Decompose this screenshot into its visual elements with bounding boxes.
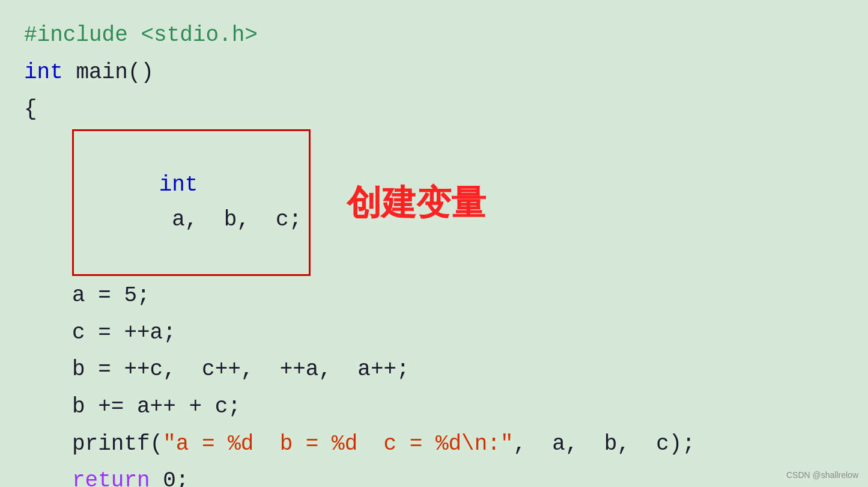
code-line-8: b += a++ + c;: [72, 390, 844, 424]
code-display: #include <stdio.h> int main() { int a, b…: [0, 0, 868, 487]
include-directive: #include <stdio.h>: [24, 18, 258, 53]
watermark-text: CSDN @shallrelow: [786, 470, 858, 480]
code-line-6: c = ++a;: [72, 316, 844, 351]
open-brace: {: [24, 92, 37, 127]
variable-declaration-highlight: int a, b, c;: [72, 129, 311, 276]
code-line-10: return 0;: [72, 464, 844, 487]
keyword-return: return: [72, 464, 150, 487]
keyword-int-vars: int: [159, 173, 198, 197]
code-line-5: a = 5;: [72, 278, 844, 313]
code-line-1: #include <stdio.h>: [24, 18, 844, 53]
keyword-int-main: int: [24, 55, 63, 90]
code-line-4: int a, b, c; 创建变量: [72, 129, 844, 276]
code-line-9: printf( "a = %d b = %d c = %d\n:" , a, b…: [72, 427, 844, 462]
return-value: 0;: [150, 464, 189, 487]
printf-string: "a = %d b = %d c = %d\n:": [163, 427, 513, 462]
main-function: main(): [63, 55, 154, 90]
printf-prefix: printf(: [72, 427, 163, 462]
annotation-create-variable: 创建变量: [347, 175, 486, 231]
code-line-7: b = ++c, c++, ++a, a++;: [72, 352, 844, 387]
code-line-2: int main(): [24, 55, 844, 90]
assign-a: a = 5;: [72, 278, 150, 313]
code-line-3: {: [24, 92, 844, 127]
assign-b-plus: b += a++ + c;: [72, 390, 241, 424]
printf-args: , a, b, c);: [514, 427, 695, 462]
assign-b-complex: b = ++c, c++, ++a, a++;: [72, 352, 410, 387]
variable-names: a, b, c;: [159, 207, 302, 232]
assign-c: c = ++a;: [72, 316, 176, 351]
